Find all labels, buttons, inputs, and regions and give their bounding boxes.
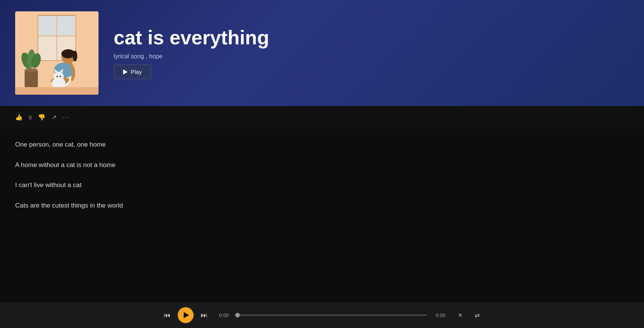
svg-point-16 <box>56 76 58 77</box>
play-icon <box>123 69 128 75</box>
shuffle-button[interactable] <box>471 309 483 321</box>
close-x-icon <box>458 312 463 318</box>
lyric-line: One person, one cat, one home <box>15 140 629 150</box>
album-art <box>15 11 98 95</box>
song-title: cat is everything <box>114 27 269 48</box>
lyric-line: A home without a cat is not a home <box>15 160 629 170</box>
progress-dot <box>235 313 240 317</box>
svg-rect-18 <box>25 70 38 87</box>
svg-rect-23 <box>15 87 98 95</box>
like-count: 0 <box>29 114 32 120</box>
total-time: 0:00 <box>433 312 448 318</box>
song-tags: lyrical song , hope <box>114 53 269 60</box>
player-bar: 0:00 0:00 <box>0 302 644 328</box>
thumbs-up-icon <box>15 114 23 121</box>
svg-point-13 <box>54 72 64 81</box>
play-pause-button[interactable] <box>178 307 194 323</box>
shuffle-icon <box>475 312 480 319</box>
close-button[interactable] <box>454 309 466 321</box>
svg-point-10 <box>73 51 77 61</box>
svg-point-19 <box>25 68 38 72</box>
hero-play-button[interactable]: Play <box>114 64 151 79</box>
player-extra <box>454 309 483 321</box>
play-circle-icon <box>184 312 189 318</box>
svg-rect-5 <box>39 16 56 35</box>
svg-point-17 <box>59 76 61 77</box>
lyric-line: Cats are the cutest things in the world <box>15 201 629 211</box>
actions-row: 0 <box>0 106 644 128</box>
play-label: Play <box>131 69 142 75</box>
share-button[interactable] <box>52 114 56 121</box>
thumbs-down-icon <box>38 114 45 121</box>
progress-bar[interactable] <box>238 314 427 316</box>
player-controls <box>161 307 210 323</box>
song-info: cat is everything lyrical song , hope Pl… <box>114 27 269 79</box>
skip-previous-button[interactable] <box>161 309 173 321</box>
hero-section: cat is everything lyrical song , hope Pl… <box>0 0 644 106</box>
more-button[interactable] <box>63 114 70 121</box>
skip-next-icon <box>201 311 208 319</box>
lyric-line: I can't live without a cat <box>15 180 629 190</box>
skip-previous-icon <box>164 311 170 319</box>
current-time: 0:00 <box>216 312 231 318</box>
like-button[interactable] <box>15 114 23 121</box>
svg-rect-6 <box>58 16 75 35</box>
share-icon <box>52 114 56 121</box>
dislike-button[interactable] <box>38 114 45 121</box>
more-icon <box>63 114 70 121</box>
lyrics-section: One person, one cat, one homeA home with… <box>0 128 644 242</box>
skip-next-button[interactable] <box>198 309 210 321</box>
